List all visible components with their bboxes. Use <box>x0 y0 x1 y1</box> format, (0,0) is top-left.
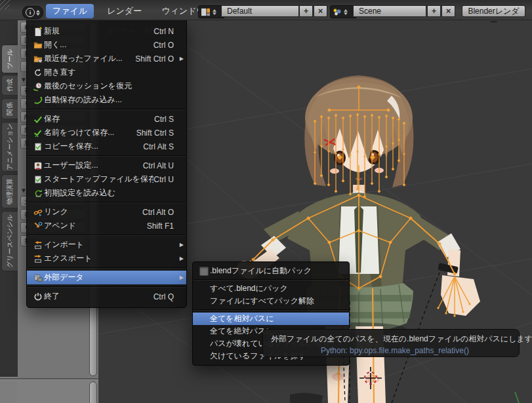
icon-slot <box>198 296 210 307</box>
menu-item-export[interactable]: エクスポート▶ <box>27 252 186 265</box>
add-scene-button[interactable]: + <box>427 5 441 17</box>
panel-divider[interactable] <box>0 378 98 380</box>
tab-tools[interactable]: ツール <box>1 45 18 73</box>
new-file-icon <box>32 26 44 37</box>
menu-item-save-as[interactable]: 名前をつけて保存...Shift Ctrl S <box>27 126 186 140</box>
menu-item-pack-all[interactable]: すべて.blendにパック <box>193 282 349 295</box>
shortcut-label: Ctrl N <box>153 27 174 36</box>
tab-label: 作成 <box>5 79 14 92</box>
menu-item-append[interactable]: アペンドShift F1 <box>27 219 186 233</box>
tab-label: アニメーション <box>5 123 14 170</box>
tab-relations[interactable]: 関係 <box>1 98 18 119</box>
menu-item-link[interactable]: リンクCtrl Alt O <box>27 205 186 219</box>
icon-slot <box>198 339 210 349</box>
shortcut-label: Shift Ctrl S <box>136 128 174 138</box>
screen-layout-name-field[interactable]: Default <box>221 5 299 17</box>
menu-item-unpack-all[interactable]: ファイルにすべてパック解除 <box>193 295 349 307</box>
top-header: i ファイルレンダーウィンドウヘルプ Default + × Scene + ×… <box>0 0 532 20</box>
menu-item-label: 名前をつけて保存... <box>44 127 136 138</box>
load-factory-icon <box>32 188 44 199</box>
menu-item-make-paths-relative[interactable]: 全てを相対パスに <box>193 313 349 325</box>
menu-item-autopack[interactable]: .blendファイルに自動パック <box>193 265 349 277</box>
close-layout-button[interactable]: × <box>314 5 327 17</box>
menu-item-save[interactable]: 保存Ctrl S <box>27 112 186 126</box>
scene-browse-button[interactable] <box>330 5 356 18</box>
menu-item-label: 保存 <box>44 113 154 125</box>
tooltip: 外部ファイルの全てのパスを、現在の.blendファイルの相対パスにします Pyt… <box>262 329 520 357</box>
menu-item-label: リンク <box>44 206 142 218</box>
menu-separator <box>28 109 186 110</box>
icon-slot <box>198 314 210 324</box>
tab-label: 関係 <box>5 102 14 115</box>
submenu-arrow-icon: ▶ <box>176 275 184 280</box>
editor-type-selector[interactable]: i <box>22 6 43 19</box>
lower-scrollbar[interactable] <box>89 381 97 403</box>
area-split-grip[interactable] <box>0 0 10 10</box>
menu-item-label: 終了 <box>44 291 153 302</box>
submenu-arrow-icon: ▶ <box>176 256 184 261</box>
tab-grease-pencil[interactable]: グリースペンシル <box>1 211 18 271</box>
tab-animation[interactable]: アニメーション <box>1 122 18 172</box>
menu-item-external-data[interactable]: 外部データ▶ <box>27 271 186 284</box>
save-copy-icon <box>32 142 44 152</box>
shortcut-label: Ctrl S <box>154 115 174 124</box>
shortcut-label: Shift F1 <box>147 221 174 231</box>
menu-item-label: 新規 <box>44 26 153 37</box>
tooltip-python-hint: Python: bpy.ops.file.make_paths_relative… <box>321 346 519 355</box>
shortcut-label: Ctrl U <box>153 175 174 184</box>
axis-green-line <box>515 392 519 403</box>
open-folder-icon <box>32 40 44 50</box>
menu-separator <box>28 202 186 203</box>
screen-layout-icon <box>201 8 211 16</box>
icon-slot <box>198 326 210 337</box>
recover-auto-icon <box>32 95 44 106</box>
export-icon <box>32 254 44 264</box>
menu-item-save-startup[interactable]: スタートアップファイルを保存Ctrl U <box>27 172 186 186</box>
tab-label: グリースペンシル <box>5 214 14 268</box>
menu-file[interactable]: ファイル <box>46 4 94 18</box>
submenu-arrow-icon: ▶ <box>176 56 184 62</box>
checkbox-icon[interactable] <box>199 267 209 276</box>
menu-item-label: スタートアップファイルを保存 <box>44 174 153 185</box>
recover-session-icon <box>32 81 44 92</box>
menu-separator <box>28 155 186 157</box>
shortcut-label: Ctrl O <box>153 41 174 50</box>
menu-item-import[interactable]: インポート▶ <box>27 238 186 252</box>
tab-create[interactable]: 作成 <box>1 75 18 96</box>
menu-item-label: 外部データ <box>44 272 174 283</box>
submenu-arrow-icon: ▶ <box>176 242 184 248</box>
icon-slot <box>198 351 210 362</box>
icon-slot <box>198 284 210 294</box>
menu-item-new[interactable]: 新規Ctrl N <box>27 24 186 38</box>
toolshelf-tabstrip: ツール作成関係アニメーション物理演算グリースペンシル <box>0 20 18 377</box>
menu-item-quit[interactable]: 終了Ctrl Q <box>27 290 186 303</box>
menu-item-save-copy[interactable]: コピーを保存...Ctrl Alt S <box>27 140 186 153</box>
close-scene-button[interactable]: × <box>441 5 455 17</box>
menu-item-label: アペンド <box>44 220 147 231</box>
render-engine-select[interactable]: Blenderレンダー <box>462 5 525 17</box>
tabstrip-bottom <box>0 377 18 403</box>
screen-layout-browse-button[interactable] <box>198 5 224 18</box>
revert-icon <box>32 67 44 78</box>
import-icon <box>32 240 44 250</box>
menu-item-label: 自動保存の読み込み... <box>44 94 174 106</box>
menu-item-label: 開き直す <box>44 67 174 78</box>
tab-physics[interactable]: 物理演算 <box>1 174 18 208</box>
menu-render[interactable]: レンダー <box>100 4 148 18</box>
recent-folder-icon <box>32 54 44 64</box>
menu-item-user-preferences[interactable]: ユーザー設定...Ctrl Alt U <box>27 159 186 172</box>
menu-item-label: .blendファイルに自動パック <box>210 265 337 277</box>
menu-item-label: エクスポート <box>44 253 174 264</box>
menu-separator <box>28 286 186 288</box>
menu-item-open-recent[interactable]: 最近使ったファイル...Shift Ctrl O▶ <box>27 52 186 66</box>
menu-item-open[interactable]: 開く...Ctrl O <box>27 38 186 52</box>
shortcut-label: Shift Ctrl O <box>135 54 174 64</box>
menu-item-label: コピーを保存... <box>44 141 143 152</box>
menu-item-load-factory[interactable]: 初期設定を読み込む <box>27 186 186 200</box>
add-layout-button[interactable]: + <box>299 5 313 17</box>
menu-item-revert[interactable]: 開き直す <box>27 66 186 79</box>
menu-item-recover-autosave[interactable]: 自動保存の読み込み... <box>27 93 186 107</box>
menu-item-recover-session[interactable]: 最後のセッションを復元 <box>27 79 186 93</box>
shortcut-label: Ctrl Alt O <box>142 208 174 217</box>
scene-name-field[interactable]: Scene <box>353 5 426 17</box>
